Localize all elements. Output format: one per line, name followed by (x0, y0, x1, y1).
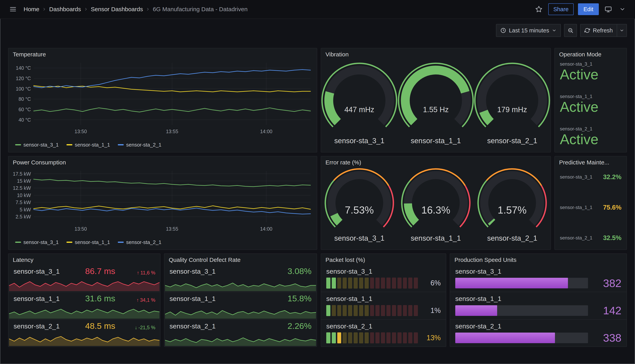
led-segment (365, 332, 369, 343)
favorite-star-button[interactable] (534, 4, 544, 14)
breadcrumb-dashboards[interactable]: Dashboards (49, 6, 81, 12)
svg-text:13:50: 13:50 (75, 226, 87, 232)
tv-mode-button[interactable] (603, 4, 613, 14)
led-segment (337, 305, 341, 316)
chevron-down-icon (552, 28, 556, 33)
legend-item[interactable]: sensor-sta_2_1 (118, 142, 161, 148)
led-segment (392, 332, 396, 343)
led-gauge (326, 305, 418, 316)
svg-text:447 mHz: 447 mHz (344, 106, 374, 114)
panel-title[interactable]: Packet lost (%) (321, 254, 446, 264)
led-gauge (326, 278, 418, 288)
svg-text:15 kW: 15 kW (17, 178, 31, 184)
legend-swatch (15, 144, 21, 145)
svg-text:1.55 Hz: 1.55 Hz (423, 106, 449, 114)
gauge: 7.53%sensor-sta_3_1 (321, 168, 398, 248)
led-segment (375, 332, 380, 343)
legend-item[interactable]: sensor-sta_3_1 (15, 142, 59, 148)
breadcrumb-sensor-dashboards[interactable]: Sensor Dashboards (91, 6, 143, 12)
svg-text:1.57%: 1.57% (498, 204, 527, 216)
legend-item[interactable]: sensor-sta_3_1 (15, 239, 59, 245)
panel-title[interactable]: Power Consumption (9, 156, 317, 167)
led-segment (403, 332, 407, 343)
refresh-interval-dropdown[interactable] (617, 24, 627, 37)
gauge-arc: 16.3% (398, 168, 474, 234)
breadcrumb: Home Dashboards Sensor Dashboards 6G Man… (24, 6, 248, 12)
menu-toggle-button[interactable] (8, 4, 18, 14)
share-button[interactable]: Share (548, 3, 574, 15)
led-segment (370, 305, 374, 316)
led-segment (392, 278, 396, 288)
legend-swatch (67, 242, 72, 243)
navbar-more-dropdown[interactable] (618, 4, 627, 14)
panel-title[interactable]: Temperature (9, 48, 317, 59)
gauge-sensor-name: sensor-sta_1_1 (411, 234, 461, 248)
stat-label: sensor-sta_1_1 (560, 205, 592, 210)
packet-lost-row: sensor-sta_2_113% (321, 319, 446, 346)
led-segment (348, 305, 352, 316)
bar-gauge-fill (455, 278, 568, 288)
led-gauge (326, 332, 418, 343)
production-row: sensor-sta_3_1382 (450, 265, 626, 292)
led-segment (386, 278, 391, 288)
trend-value: 34,1 % (140, 297, 155, 303)
stat-row: sensor-sta_1_175.6% (560, 204, 621, 211)
packet-lost-value: 1% (422, 306, 441, 315)
gauge-arc: 1.57% (474, 168, 550, 234)
panel-title[interactable]: Predictive Mainte... (555, 156, 626, 167)
svg-text:60 °C: 60 °C (19, 107, 31, 112)
panel-title[interactable]: Error rate (%) (321, 156, 550, 167)
gauge: 179 mHzsensor-sta_2_1 (474, 60, 550, 151)
led-segment (354, 305, 358, 316)
legend-label: sensor-sta_2_1 (126, 239, 161, 245)
panel-title[interactable]: Operation Mode (555, 48, 626, 59)
stat-label: sensor-sta_2_1 (560, 126, 624, 132)
gauge: 1.55 Hzsensor-sta_1_1 (398, 60, 474, 151)
predictive-stats: sensor-sta_3_132.2%sensor-sta_1_175.6%se… (560, 173, 621, 242)
gauge-sensor-name: sensor-sta_3_1 (334, 137, 385, 151)
dashboard-grid: Temperature 140 °C120 °C100 °C80 °C60 °C… (0, 48, 635, 364)
legend-item[interactable]: sensor-sta_1_1 (67, 239, 110, 245)
panel-latency: Latency sensor-sta_3_186.7 ms↑11,6 %sens… (8, 254, 160, 347)
hamburger-icon (10, 6, 17, 13)
svg-text:7.5 kW: 7.5 kW (16, 200, 31, 205)
legend-item[interactable]: sensor-sta_1_1 (67, 142, 110, 148)
latency-row: sensor-sta_2_148.5 ms↓-21,5 % (9, 319, 160, 346)
production-bar-row: 338 (455, 332, 621, 343)
svg-text:120 °C: 120 °C (16, 76, 31, 81)
refresh-button[interactable]: Refresh (580, 24, 617, 37)
packet-lost-value: 13% (422, 334, 441, 342)
breadcrumb-home[interactable]: Home (24, 6, 39, 12)
zoom-out-button[interactable] (564, 24, 577, 37)
svg-text:12.5 kW: 12.5 kW (13, 185, 31, 191)
panel-temperature: Temperature 140 °C120 °C100 °C80 °C60 °C… (8, 48, 317, 152)
panel-title[interactable]: Quality Control Defect Rate (164, 254, 316, 264)
stat-value: 32.2% (603, 173, 621, 181)
legend-item[interactable]: sensor-sta_2_1 (118, 239, 161, 245)
arrow-up-icon: ↑ (137, 270, 139, 276)
chevron-right-icon (42, 7, 46, 12)
panel-title[interactable]: Production Speed Units (450, 254, 626, 264)
stat-label: sensor-sta_3_1 (560, 174, 592, 180)
temperature-chart[interactable]: 140 °C120 °C100 °C80 °C60 °C40 °C13:5013… (11, 60, 313, 136)
led-segment (375, 305, 380, 316)
bar-gauge-fill (455, 305, 497, 316)
bar-gauge-track (455, 278, 588, 288)
led-segment (332, 278, 336, 288)
svg-text:5 kW: 5 kW (20, 207, 31, 212)
led-segment (403, 278, 407, 288)
temperature-legend: sensor-sta_3_1sensor-sta_1_1sensor-sta_2… (15, 140, 315, 150)
panel-title[interactable]: Vibration (321, 48, 550, 59)
production-row: sensor-sta_1_1142 (450, 292, 626, 319)
refresh-label: Refresh (593, 27, 613, 34)
time-range-label: Last 15 minutes (509, 27, 549, 34)
time-range-picker[interactable]: Last 15 minutes (496, 24, 561, 37)
gauge-arc: 447 mHz (321, 60, 398, 137)
panel-title[interactable]: Latency (9, 254, 160, 264)
edit-button[interactable]: Edit (578, 3, 599, 15)
legend-label: sensor-sta_1_1 (75, 142, 110, 148)
led-segment (365, 278, 369, 288)
power-chart[interactable]: 17.5 kW15 kW12.5 kW10 kW7.5 kW5 kW2.5 kW… (11, 168, 313, 234)
led-segment (370, 332, 374, 343)
svg-text:10 kW: 10 kW (17, 192, 31, 198)
